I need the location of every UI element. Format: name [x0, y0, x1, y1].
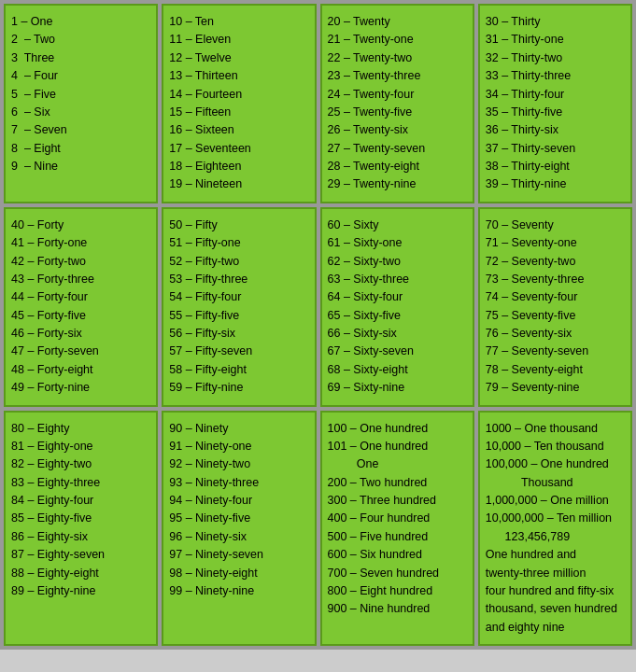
cell-80-89: 80 – Eighty 81 – Eighty-one 82 – Eighty-… [4, 411, 158, 647]
cell-60-69: 60 – Sixty 61 – Sixty-one 62 – Sixty-two… [320, 207, 474, 407]
cell-90-99: 90 – Ninety 91 – Ninety-one 92 – Ninety-… [162, 411, 316, 647]
cell-40-49: 40 – Forty 41 – Forty-one 42 – Forty-two… [4, 207, 158, 407]
cell-1-9: 1 – One 2 – Two 3 Three 4 – Four 5 – Fiv… [4, 4, 158, 203]
cell-20-29: 20 – Twenty 21 – Twenty-one 22 – Twenty-… [320, 4, 474, 203]
cell-100-900: 100 – One hundred 101 – One hundred One … [320, 411, 474, 647]
cell-10-19: 10 – Ten 11 – Eleven 12 – Twelve 13 – Th… [162, 4, 316, 203]
cell-30-39: 30 – Thirty 31 – Thirty-one 32 – Thirty-… [478, 4, 632, 203]
numbers-grid: 1 – One 2 – Two 3 Three 4 – Four 5 – Fiv… [0, 0, 636, 650]
cell-1000-plus: 1000 – One thousand 10,000 – Ten thousan… [478, 411, 632, 647]
cell-50-59: 50 – Fifty 51 – Fifty-one 52 – Fifty-two… [162, 207, 316, 407]
cell-70-79: 70 – Seventy 71 – Seventy-one 72 – Seven… [478, 207, 632, 407]
